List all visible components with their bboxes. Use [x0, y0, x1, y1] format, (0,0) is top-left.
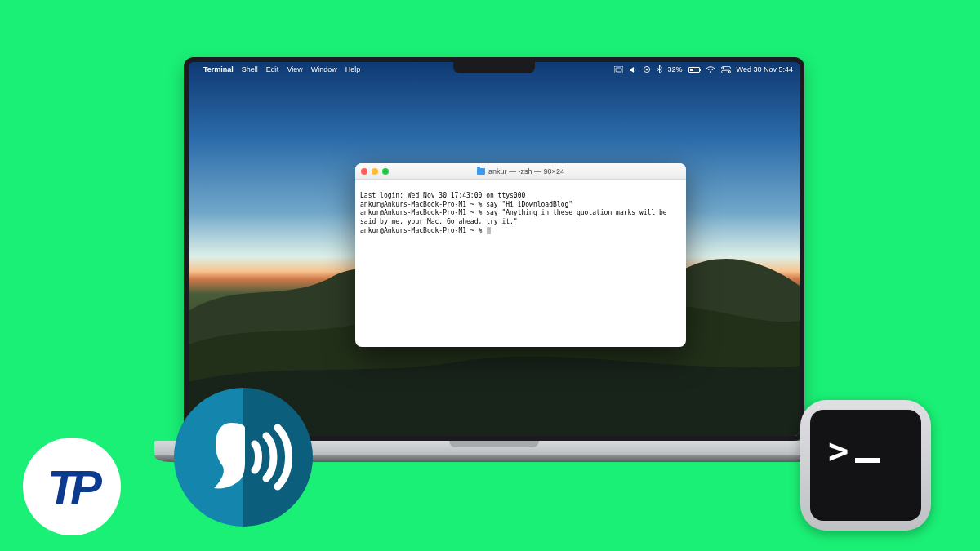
menubar-datetime[interactable]: Wed 30 Nov 5:44	[737, 65, 793, 73]
airdrop-icon[interactable]	[643, 65, 651, 73]
screen-bezel: Terminal Shell Edit View Window Help	[184, 57, 804, 441]
svg-point-4	[710, 71, 711, 73]
terminal-line: ankur@Ankurs-MacBook-Pro-M1 ~ % say "Hi …	[360, 201, 681, 210]
svg-point-3	[645, 69, 648, 71]
terminal-line: ankur@Ankurs-MacBook-Pro-M1 ~ % say "Any…	[360, 209, 681, 227]
battery-percent: 32%	[668, 65, 683, 73]
window-close-button[interactable]	[361, 168, 368, 175]
svg-point-6	[722, 67, 724, 69]
terminal-icon-prompt-char: >	[828, 431, 849, 471]
desktop: Terminal Shell Edit View Window Help	[189, 62, 800, 436]
text-to-speech-icon	[174, 388, 313, 527]
terminal-prompt-line: ankur@Ankurs-MacBook-Pro-M1 ~ %	[360, 227, 681, 236]
tp-logo-text: TP	[47, 460, 96, 514]
control-center-icon[interactable]	[721, 66, 731, 73]
volume-icon[interactable]	[629, 66, 637, 73]
terminal-titlebar[interactable]: ankur — -zsh — 90×24	[355, 163, 686, 180]
stage-manager-icon[interactable]	[614, 66, 623, 73]
menubar-item-view[interactable]: View	[287, 65, 302, 73]
svg-point-8	[728, 70, 729, 72]
display-notch	[453, 62, 535, 73]
terminal-app-icon: >	[800, 400, 931, 531]
terminal-icon-cursor	[855, 458, 880, 463]
menubar-item-window[interactable]: Window	[311, 65, 337, 73]
svg-rect-1	[616, 68, 621, 72]
terminal-title-text: ankur — -zsh — 90×24	[488, 167, 564, 176]
terminal-body[interactable]: Last login: Wed Nov 30 17:43:00 on ttys0…	[355, 180, 686, 347]
battery-icon[interactable]	[688, 67, 700, 73]
menubar-app-name[interactable]: Terminal	[203, 65, 234, 73]
terminal-window[interactable]: ankur — -zsh — 90×24 Last login: Wed Nov…	[355, 163, 686, 347]
menubar-item-shell[interactable]: Shell	[242, 65, 258, 73]
menubar-item-edit[interactable]: Edit	[266, 65, 279, 73]
bluetooth-icon[interactable]	[657, 65, 662, 73]
terminal-cursor	[487, 227, 491, 234]
window-minimize-button[interactable]	[372, 168, 378, 175]
folder-icon	[477, 168, 485, 175]
tp-logo-badge: TP	[23, 438, 121, 535]
menubar-item-help[interactable]: Help	[345, 65, 361, 73]
wifi-icon[interactable]	[706, 66, 715, 73]
terminal-line: Last login: Wed Nov 30 17:43:00 on ttys0…	[360, 192, 681, 201]
window-zoom-button[interactable]	[382, 168, 389, 175]
